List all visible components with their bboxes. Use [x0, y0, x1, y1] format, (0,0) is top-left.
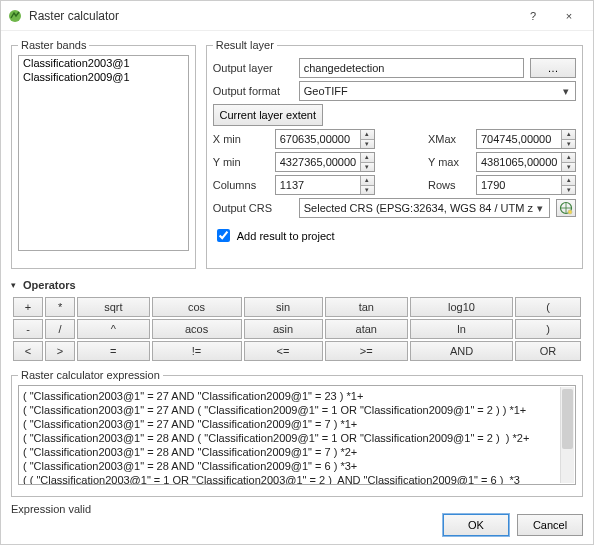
operator-button[interactable]: atan — [325, 319, 408, 339]
operator-button[interactable]: acos — [152, 319, 242, 339]
browse-output-button[interactable]: … — [530, 58, 576, 78]
operators-grid: +*sqrtcossintanlog10(-/^acosasinatanln)<… — [11, 295, 583, 363]
operator-button[interactable]: sqrt — [77, 297, 149, 317]
operator-button[interactable]: asin — [244, 319, 323, 339]
result-layer-legend: Result layer — [213, 39, 277, 51]
expression-line: ( "Classification2003@1" = 28 AND ( "Cla… — [23, 431, 571, 445]
titlebar: Raster calculator ? × — [1, 1, 593, 31]
raster-bands-group: Raster bands Classification2003@1 Classi… — [11, 39, 196, 269]
rows-label: Rows — [428, 179, 470, 191]
xmin-label: X min — [213, 133, 269, 145]
operator-button[interactable]: ) — [515, 319, 581, 339]
output-crs-combo[interactable]: Selected CRS (EPSG:32634, WGS 84 / UTM z… — [299, 198, 550, 218]
operator-button[interactable]: >= — [325, 341, 408, 361]
operator-button[interactable]: + — [13, 297, 43, 317]
operators-legend: Operators — [23, 279, 76, 291]
expression-textarea[interactable]: ( "Classification2003@1" = 27 AND "Class… — [18, 385, 576, 485]
operator-button[interactable]: != — [152, 341, 242, 361]
operator-button[interactable]: > — [45, 341, 75, 361]
expression-line: ( ( "Classification2003@1" = 1 OR "Class… — [23, 473, 571, 485]
operator-button[interactable]: OR — [515, 341, 581, 361]
help-button[interactable]: ? — [515, 2, 551, 30]
scrollbar-thumb[interactable] — [562, 389, 573, 449]
operator-button[interactable]: log10 — [410, 297, 513, 317]
expression-scrollbar[interactable] — [560, 387, 574, 483]
list-item[interactable]: Classification2009@1 — [19, 70, 188, 84]
ok-button[interactable]: OK — [443, 514, 509, 536]
output-layer-input[interactable] — [299, 58, 524, 78]
operator-button[interactable]: ( — [515, 297, 581, 317]
current-layer-extent-button[interactable]: Current layer extent — [213, 104, 323, 126]
triangle-down-icon: ▾ — [11, 280, 23, 290]
output-format-value: GeoTIFF — [304, 85, 348, 97]
xmax-spinner[interactable]: ▴▾ — [561, 130, 575, 148]
dialog-footer: OK Cancel — [443, 514, 583, 536]
cancel-button[interactable]: Cancel — [517, 514, 583, 536]
dialog-body: Raster bands Classification2003@1 Classi… — [1, 31, 593, 523]
operators-section: ▾ Operators +*sqrtcossintanlog10(-/^acos… — [11, 279, 583, 363]
output-format-label: Output format — [213, 85, 293, 97]
expression-line: ( "Classification2003@1" = 27 AND ( "Cla… — [23, 403, 571, 417]
operator-button[interactable]: * — [45, 297, 75, 317]
ymin-label: Y min — [213, 156, 269, 168]
help-icon: ? — [530, 10, 536, 22]
list-item[interactable]: Classification2003@1 — [19, 56, 188, 70]
xmax-label: XMax — [428, 133, 470, 145]
operator-button[interactable]: / — [45, 319, 75, 339]
window-title: Raster calculator — [29, 9, 515, 23]
output-crs-label: Output CRS — [213, 202, 293, 214]
operator-button[interactable]: = — [77, 341, 149, 361]
svg-point-2 — [568, 210, 572, 214]
operator-button[interactable]: ^ — [77, 319, 149, 339]
output-crs-value: Selected CRS (EPSG:32634, WGS 84 / UTM z — [304, 202, 533, 214]
expression-line: ( "Classification2003@1" = 27 AND "Class… — [23, 389, 571, 403]
chevron-down-icon: ▾ — [533, 202, 547, 215]
operator-button[interactable]: cos — [152, 297, 242, 317]
result-layer-group: Result layer Output layer … Output forma… — [206, 39, 583, 269]
expression-group: Raster calculator expression ( "Classifi… — [11, 369, 583, 497]
raster-bands-list[interactable]: Classification2003@1 Classification2009@… — [18, 55, 189, 251]
svg-point-0 — [9, 10, 21, 22]
ymin-spinner[interactable]: ▴▾ — [360, 153, 374, 171]
operator-button[interactable]: ln — [410, 319, 513, 339]
ymax-spinner[interactable]: ▴▾ — [561, 153, 575, 171]
add-result-checkbox[interactable] — [217, 229, 230, 242]
operator-button[interactable]: sin — [244, 297, 323, 317]
operator-button[interactable]: < — [13, 341, 43, 361]
close-icon: × — [566, 10, 572, 22]
add-result-label: Add result to project — [237, 230, 335, 242]
operators-toggle[interactable]: ▾ Operators — [11, 279, 583, 291]
operator-button[interactable]: AND — [410, 341, 513, 361]
chevron-down-icon: ▾ — [559, 85, 573, 98]
operator-button[interactable]: tan — [325, 297, 408, 317]
columns-label: Columns — [213, 179, 269, 191]
expression-legend: Raster calculator expression — [18, 369, 163, 381]
ymax-label: Y max — [428, 156, 470, 168]
expression-line: ( "Classification2003@1" = 27 AND "Class… — [23, 417, 571, 431]
operator-button[interactable]: <= — [244, 341, 323, 361]
close-button[interactable]: × — [551, 2, 587, 30]
expression-line: ( "Classification2003@1" = 28 AND "Class… — [23, 445, 571, 459]
xmin-spinner[interactable]: ▴▾ — [360, 130, 374, 148]
raster-bands-legend: Raster bands — [18, 39, 89, 51]
output-layer-label: Output layer — [213, 62, 293, 74]
current-layer-extent-label: Current layer extent — [219, 109, 316, 121]
columns-spinner[interactable]: ▴▾ — [360, 176, 374, 194]
cancel-label: Cancel — [533, 519, 567, 531]
operator-button[interactable]: - — [13, 319, 43, 339]
rows-spinner[interactable]: ▴▾ — [561, 176, 575, 194]
ok-label: OK — [468, 519, 484, 531]
top-row: Raster bands Classification2003@1 Classi… — [11, 39, 583, 269]
app-icon — [7, 8, 23, 24]
window-root: Raster calculator ? × Raster bands Class… — [0, 0, 594, 545]
ellipsis-icon: … — [548, 62, 559, 74]
expression-line: ( "Classification2003@1" = 28 AND "Class… — [23, 459, 571, 473]
select-crs-button[interactable] — [556, 199, 576, 217]
output-format-combo[interactable]: GeoTIFF ▾ — [299, 81, 576, 101]
